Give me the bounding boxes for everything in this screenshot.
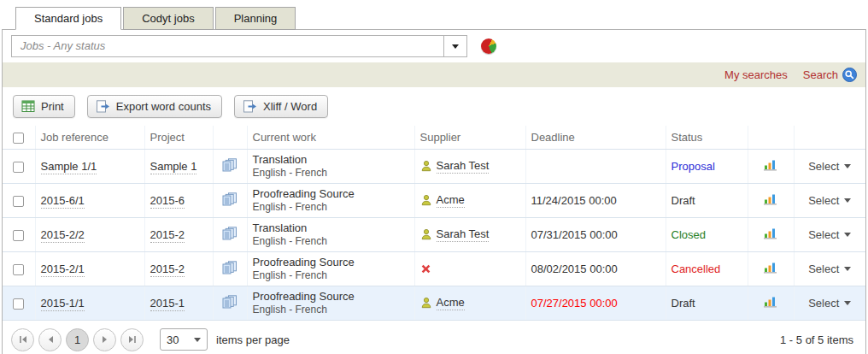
work-type-label: Translation <box>253 153 409 167</box>
project-link[interactable]: 2015-2 <box>150 228 185 243</box>
project-link[interactable]: Sample 1 <box>150 160 197 174</box>
xliff-word-button[interactable]: Xliff / Word <box>234 95 328 118</box>
print-label: Print <box>41 100 64 113</box>
search-icon[interactable] <box>842 68 857 82</box>
header-deadline[interactable]: Deadline <box>525 126 666 149</box>
deadline-value: 08/02/2015 00:00 <box>525 251 666 286</box>
last-page-icon <box>128 335 137 344</box>
deadline-value: 11/24/2015 00:00 <box>525 183 666 217</box>
job-reference-link[interactable]: Sample 1/1 <box>41 160 97 174</box>
language-pair-label: English - French <box>253 167 409 180</box>
job-reference-link[interactable]: 2015-1/1 <box>41 297 85 311</box>
supplier-cell <box>420 263 520 274</box>
bar-chart-icon[interactable] <box>764 159 777 171</box>
select-label: Select <box>808 228 839 241</box>
status-label: Cancelled <box>666 251 748 286</box>
select-label: Select <box>808 160 839 173</box>
header-supplier[interactable]: Supplier <box>414 126 525 149</box>
header-select <box>794 126 865 149</box>
status-filter-combobox[interactable]: Jobs - Any status <box>11 35 467 57</box>
table-row: 2015-2/12015-2Proofreading SourceEnglish… <box>3 251 865 286</box>
row-checkbox[interactable] <box>13 162 24 173</box>
documents-icon[interactable] <box>222 295 238 309</box>
project-link[interactable]: 2015-6 <box>150 194 185 209</box>
project-link[interactable]: 2015-2 <box>150 263 185 277</box>
status-label: Draft <box>666 286 748 320</box>
work-type-label: Proofreading Source <box>253 187 409 201</box>
row-checkbox[interactable] <box>13 196 24 207</box>
header-current-work[interactable]: Current work <box>247 126 414 149</box>
job-reference-link[interactable]: 2015-2/1 <box>41 263 85 277</box>
chevron-down-icon <box>844 301 851 305</box>
job-reference-link[interactable]: 2015-6/1 <box>41 194 85 209</box>
deadline-value: 07/31/2015 00:00 <box>525 217 666 251</box>
work-type-label: Proofreading Source <box>253 290 409 304</box>
chevron-down-icon <box>452 44 459 49</box>
select-label: Select <box>808 194 839 207</box>
page-size-value: 30 <box>167 333 179 346</box>
table-row: 2015-6/12015-6Proofreading SourceEnglish… <box>3 183 865 217</box>
combobox-dropdown-button[interactable] <box>443 36 466 56</box>
supplier-link[interactable]: Sarah Test <box>437 159 490 174</box>
select-dropdown[interactable]: Select <box>808 263 851 275</box>
supplier-cell: Sarah Test <box>420 159 520 174</box>
person-icon <box>420 194 432 206</box>
supplier-cell: Acme <box>420 193 520 208</box>
chevron-down-icon <box>844 233 851 237</box>
row-checkbox[interactable] <box>13 298 24 310</box>
select-dropdown[interactable]: Select <box>808 160 851 173</box>
search-link[interactable]: Search <box>803 68 838 81</box>
documents-icon[interactable] <box>222 261 238 274</box>
next-page-button[interactable] <box>93 328 116 351</box>
first-page-button[interactable] <box>11 328 34 351</box>
spreadsheet-icon <box>21 100 35 113</box>
jobs-table: Job reference Project Current work Suppl… <box>3 126 865 321</box>
job-reference-link[interactable]: 2015-2/2 <box>41 228 85 243</box>
pie-chart-icon[interactable] <box>481 38 496 54</box>
tab-codyt-jobs[interactable]: Codyt jobs <box>123 7 213 30</box>
bar-chart-icon[interactable] <box>764 227 777 239</box>
select-dropdown[interactable]: Select <box>808 228 851 241</box>
tab-standard-jobs[interactable]: Standard jobs <box>15 7 121 30</box>
header-documents <box>213 126 247 149</box>
select-dropdown[interactable]: Select <box>808 194 851 207</box>
toolbar: Print Export word counts Xliff / Word <box>3 87 865 126</box>
documents-icon[interactable] <box>222 227 238 240</box>
select-dropdown[interactable]: Select <box>808 297 851 310</box>
jobs-table-body: Sample 1/1Sample 1TranslationEnglish - F… <box>3 149 865 320</box>
status-filter-value: Jobs - Any status <box>12 36 443 56</box>
first-page-icon <box>19 335 27 344</box>
print-button[interactable]: Print <box>13 95 75 118</box>
person-icon <box>420 160 432 172</box>
bar-chart-icon[interactable] <box>764 262 777 274</box>
items-summary: 1 - 5 of 5 items <box>780 333 857 346</box>
project-link[interactable]: 2015-1 <box>150 297 185 311</box>
last-page-button[interactable] <box>120 328 144 351</box>
export-word-counts-button[interactable]: Export word counts <box>87 95 222 118</box>
bar-chart-icon[interactable] <box>764 296 777 308</box>
my-searches-link[interactable]: My searches <box>724 68 788 81</box>
xliff-word-label: Xliff / Word <box>263 100 317 113</box>
row-checkbox[interactable] <box>13 264 24 275</box>
tab-label: Standard jobs <box>34 12 103 25</box>
row-checkbox[interactable] <box>13 230 24 241</box>
documents-icon[interactable] <box>222 158 238 172</box>
header-status[interactable]: Status <box>666 126 748 149</box>
supplier-link[interactable]: Sarah Test <box>437 227 490 242</box>
page-size-select[interactable]: 30 <box>160 328 208 351</box>
previous-page-button[interactable] <box>38 328 62 351</box>
chevron-down-icon <box>844 164 851 168</box>
supplier-link[interactable]: Acme <box>437 193 465 208</box>
header-job-reference[interactable]: Job reference <box>35 126 144 149</box>
header-chart <box>748 126 794 149</box>
header-project[interactable]: Project <box>144 126 213 149</box>
documents-icon[interactable] <box>222 192 238 206</box>
search-strip: My searches Search <box>3 62 865 87</box>
current-page-button[interactable]: 1 <box>66 328 89 351</box>
table-header-row: Job reference Project Current work Suppl… <box>3 126 865 149</box>
select-all-checkbox[interactable] <box>13 133 24 144</box>
bar-chart-icon[interactable] <box>764 193 777 205</box>
supplier-link[interactable]: Acme <box>437 296 465 310</box>
language-pair-label: English - French <box>253 304 409 316</box>
tab-planning[interactable]: Planning <box>215 7 296 30</box>
